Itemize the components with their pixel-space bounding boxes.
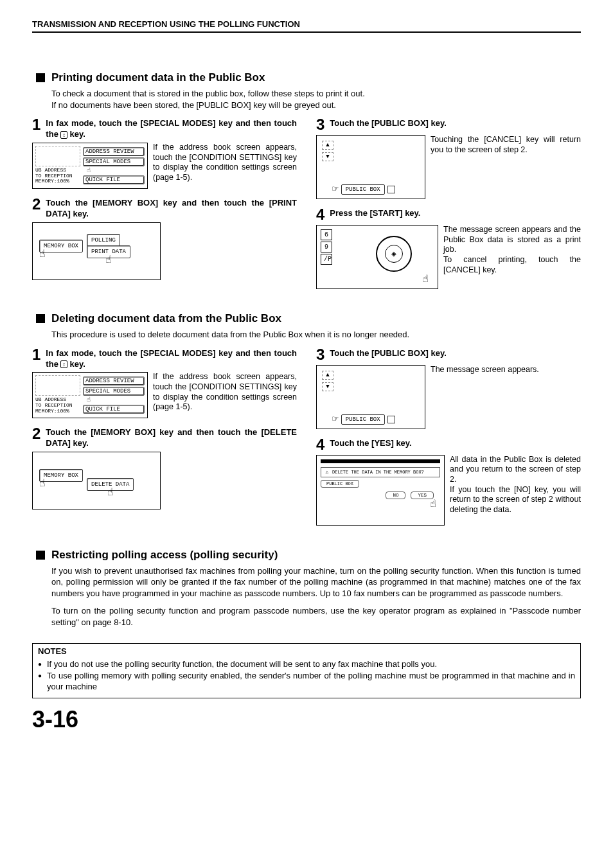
address-review-button[interactable]: ADDRESS REVIEW (83, 376, 145, 385)
memory-box-button[interactable]: MEMORY BOX (39, 469, 83, 482)
quick-file-button[interactable]: QUICK FILE (83, 405, 145, 414)
hand-tap-icon: ☝ (422, 274, 429, 285)
section-heading: Printing document data in the Public Box (36, 71, 581, 84)
note-item-2: To use polling memory with polling secur… (38, 670, 575, 693)
step-b3: 3 Touch the [PUBLIC BOX] key. ▲ ▼ ☞ PUBL… (316, 347, 581, 429)
lcd-memory: MEMORY:100% (35, 179, 80, 184)
bullet-square-icon (36, 314, 45, 323)
step-description: The message screen appears and the Publi… (443, 225, 581, 275)
section-a-left-column: 1 In fax mode, touch the [SPECIAL MODES]… (32, 117, 297, 297)
section-paragraph-2: To turn on the polling security function… (51, 605, 581, 628)
section-b-left-column: 1 In fax mode, touch the [SPECIAL MODES]… (32, 347, 297, 533)
lcd-preview-icon (35, 375, 80, 396)
bullet-square-icon (36, 551, 45, 560)
note-item-1: If you do not use the polling security f… (38, 659, 575, 670)
lcd-preview-icon (35, 146, 80, 166)
step-description: All data in the Public Box is deleted an… (450, 455, 581, 515)
lcd-panel-memory-box: MEMORY BOX ☝ DELETE DATA ☝ (32, 452, 161, 509)
hand-tap-icon: ☝ (87, 166, 145, 174)
section-title: Restricting polling access (polling secu… (51, 549, 278, 562)
start-button[interactable]: ◈ (376, 236, 412, 272)
section-delete-public-box: Deleting document data from the Public B… (32, 312, 581, 533)
yes-button[interactable]: YES (411, 492, 434, 499)
address-review-button[interactable]: ADDRESS REVIEW (83, 147, 145, 156)
step-number: 4 (316, 207, 324, 222)
step-number: 3 (316, 347, 324, 362)
scroll-key-icon: ↕ (60, 360, 67, 368)
step-number: 2 (32, 197, 40, 212)
step-b4: 4 Touch the [YES] key. ⚠ DELETE THE DATA… (316, 437, 581, 526)
header-title: TRANSMISSION AND RECEPTION USING THE POL… (32, 19, 581, 29)
memory-box-button[interactable]: MEMORY BOX (39, 240, 83, 252)
lcd-panel-memory-box: MEMORY BOX ☝ POLLING PRINT DATA ☝ (32, 222, 161, 280)
section-print-public-box: Printing document data in the Public Box… (32, 71, 581, 297)
step-number: 1 (32, 347, 40, 362)
desc-line-a: The message screen appears and the Publi… (443, 225, 581, 255)
hand-tap-icon: ☝ (321, 499, 436, 509)
keypad-p[interactable]: /P (321, 254, 332, 265)
step-b1: 1 In fax mode, touch the [SPECIAL MODES]… (32, 347, 297, 419)
step-a3: 3 Touch the [PUBLIC BOX] key. ▲ ▼ ☞ PUBL… (316, 117, 581, 199)
step-number: 1 (32, 117, 40, 132)
public-box-button[interactable]: PUBLIC BOX (341, 184, 385, 195)
public-box-label: PUBLIC BOX (321, 480, 359, 488)
step-title: Press the [START] key. (330, 207, 420, 219)
lcd-panel-special-modes: UB ADDRESS TO RECEPTION MEMORY:100% ADDR… (32, 143, 148, 189)
section-b-right-column: 3 Touch the [PUBLIC BOX] key. ▲ ▼ ☞ PUBL… (316, 347, 581, 533)
arrow-down-icon: ▼ (322, 382, 333, 391)
warning-icon: ⚠ (324, 469, 330, 475)
arrow-down-icon: ▼ (322, 152, 333, 161)
lcd-panel-public-box: ▲ ▼ ☞ PUBLIC BOX (316, 135, 425, 199)
step-number: 2 (32, 426, 40, 441)
lcd-panel-special-modes: UB ADDRESS TO RECEPTION MEMORY:100% ADDR… (32, 372, 148, 418)
quick-file-button[interactable]: QUICK FILE (83, 175, 145, 184)
intro-line-1: To check a document that is stored in th… (51, 88, 581, 100)
section-polling-security: Restricting polling access (polling secu… (32, 549, 581, 628)
polling-button[interactable]: POLLING (87, 234, 120, 247)
step-title-part-b: key. (67, 359, 85, 369)
step-b2: 2 Touch the [MEMORY BOX] key and then to… (32, 426, 297, 509)
step-description: Touching the [CANCEL] key will return yo… (431, 135, 581, 155)
lcd-memory: MEMORY:100% (35, 409, 80, 414)
document-icon (387, 416, 395, 423)
notes-title: NOTES (33, 644, 580, 659)
desc-line-b: If you touch the [NO] key, you will retu… (450, 485, 581, 515)
arrow-up-icon: ▲ (322, 141, 333, 150)
step-title-part-b: key. (67, 129, 85, 139)
keypad-6[interactable]: 6 (321, 229, 332, 240)
scroll-key-icon: ↕ (60, 131, 67, 139)
step-title: Touch the [PUBLIC BOX] key. (330, 117, 447, 129)
special-modes-button[interactable]: SPECIAL MODES (83, 387, 145, 396)
section-title: Printing document data in the Public Box (51, 71, 265, 84)
step-title: In fax mode, touch the [SPECIAL MODES] k… (46, 117, 297, 140)
confirm-text: DELETE THE DATA IN THE MEMORY BOX? (332, 470, 424, 475)
step-title: Touch the [PUBLIC BOX] key. (330, 347, 447, 359)
intro-line-2: If no documents have been stored, the [P… (51, 100, 581, 111)
no-button[interactable]: NO (386, 492, 405, 499)
keypad-9[interactable]: 9 (321, 242, 332, 252)
hand-tap-icon: ☝ (87, 396, 145, 403)
hand-tap-icon: ☞ (332, 414, 339, 425)
confirm-message: ⚠ DELETE THE DATA IN THE MEMORY BOX? (321, 467, 440, 477)
special-modes-button[interactable]: SPECIAL MODES (83, 157, 145, 166)
section-a-right-column: 3 Touch the [PUBLIC BOX] key. ▲ ▼ ☞ PUBL… (316, 117, 581, 297)
hand-tap-icon: ☞ (332, 184, 339, 195)
step-description: If the address book screen appears, touc… (153, 372, 297, 412)
page-number: 3-16 (32, 706, 581, 733)
lcd-panel-public-box: ▲ ▼ ☞ PUBLIC BOX (316, 365, 425, 429)
section-heading: Restricting polling access (polling secu… (36, 549, 581, 562)
step-title: Touch the [MEMORY BOX] key and then touc… (46, 197, 297, 220)
step-a1: 1 In fax mode, touch the [SPECIAL MODES]… (32, 117, 297, 189)
section-heading: Deleting document data from the Public B… (36, 312, 581, 325)
public-box-button[interactable]: PUBLIC BOX (341, 414, 385, 425)
step-title: Touch the [MEMORY BOX] key and then touc… (46, 426, 297, 449)
step-number: 3 (316, 117, 324, 132)
section-title: Deleting document data from the Public B… (51, 312, 281, 325)
dialog-title-bar (321, 459, 440, 463)
arrow-up-icon: ▲ (322, 371, 333, 380)
page-header: TRANSMISSION AND RECEPTION USING THE POL… (32, 19, 581, 33)
step-description: The message screen appears. (431, 365, 581, 375)
step-a2: 2 Touch the [MEMORY BOX] key and then to… (32, 197, 297, 280)
section-intro: This procedure is used to delete documen… (51, 329, 581, 341)
diamond-icon: ◈ (385, 245, 403, 263)
